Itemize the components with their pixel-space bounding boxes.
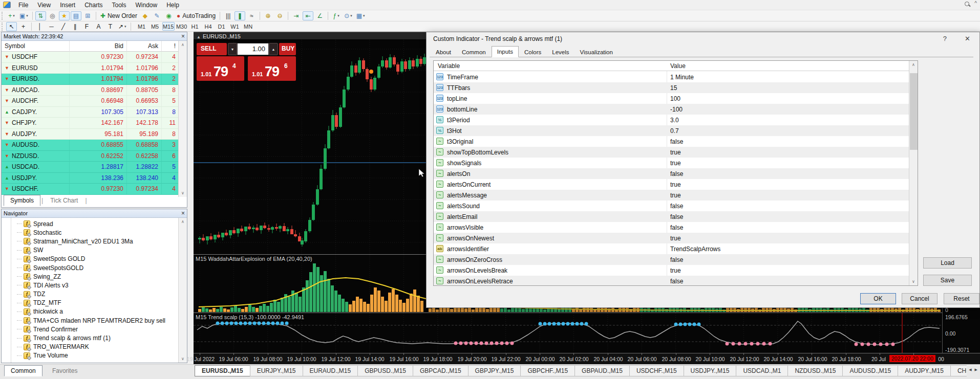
variable-value[interactable]: false — [670, 138, 683, 145]
zoom-in-button[interactable]: ⊕ — [263, 11, 273, 20]
sell-button[interactable]: SELL — [197, 43, 227, 55]
dialog-tab-visualization[interactable]: Visualization — [575, 47, 618, 57]
menu-insert[interactable]: Insert — [55, 1, 80, 10]
variable-value[interactable]: true — [670, 160, 681, 167]
variable-value[interactable]: 1 Minute — [670, 74, 694, 81]
market-watch-row[interactable]: ▲USDCAD.1.288171.288225 — [2, 162, 179, 173]
timeframe-h4[interactable]: H4 — [202, 22, 215, 31]
input-row[interactable]: ~alertsMessagetrue — [434, 190, 909, 200]
navigator-item[interactable]: fTMA+CG mladen NRP TEAMTRADER2 buy sell — [2, 316, 187, 325]
column-header-symbol[interactable]: Symbol — [2, 41, 70, 52]
load-button[interactable]: Load — [923, 257, 972, 269]
candlestick-chart-button[interactable]: ❚ — [235, 11, 245, 20]
input-row[interactable]: ~arrowsOnLevelsBreaktrue — [434, 265, 909, 276]
timeframe-m15[interactable]: M15 — [162, 22, 175, 31]
navigator-item[interactable]: fStratman_MiniChart_v20 EDU1 3Ma — [2, 237, 187, 246]
sell-price-button[interactable]: 1.01 79 4 — [197, 56, 244, 81]
input-row[interactable]: ~arrowsVisiblefalse — [434, 222, 909, 233]
navigator-item[interactable]: fTrue Volume — [2, 351, 187, 360]
signals-button[interactable]: ◉ — [163, 11, 174, 20]
scroll-up-icon[interactable]: ∧ — [179, 41, 187, 48]
chart-tab-nzdusdm15[interactable]: NZDUSD.,M15 — [787, 365, 842, 376]
input-row[interactable]: ~alertsOnCurrenttrue — [434, 179, 909, 190]
variable-value[interactable]: true — [670, 235, 681, 242]
scroll-up-icon[interactable]: ∧ — [179, 218, 187, 225]
tab-symbols[interactable]: Symbols — [4, 195, 40, 206]
text-button[interactable]: A — [93, 22, 104, 31]
variable-value[interactable]: TrendScalpArrows — [670, 246, 720, 253]
navigator-item[interactable]: fSweetSpotsGOLD — [2, 263, 187, 272]
data-window-button[interactable]: ◎ — [47, 11, 58, 20]
navigator-close-icon[interactable]: × — [181, 210, 185, 217]
buy-price-button[interactable]: 1.01 79 6 — [248, 56, 296, 81]
market-watch-close-icon[interactable]: × — [181, 33, 185, 40]
market-watch-row[interactable]: ▼AUDCHF.0.669480.669535 — [2, 96, 179, 107]
market-watch-row[interactable]: ▼EURUSD1.017941.017962 — [2, 63, 179, 74]
market-watch-scrollbar[interactable]: ∧ ∨ — [178, 41, 187, 197]
input-row[interactable]: ½t3Hot0.7 — [434, 125, 909, 136]
navigator-item[interactable]: fTrend scalp & arrows mtf (1) — [2, 333, 187, 342]
chart-tab-gbpchfm15[interactable]: GBPCHF.,M15 — [520, 365, 574, 376]
cursor-button[interactable]: ↖ — [6, 22, 17, 31]
variable-value[interactable]: true — [670, 192, 681, 199]
timeframe-d1[interactable]: D1 — [216, 22, 228, 31]
navigator-item[interactable]: fSpread — [2, 219, 187, 228]
variable-value[interactable]: -100 — [670, 106, 683, 113]
scroll-up-icon[interactable]: ∧ — [909, 61, 918, 68]
chart-profile-button[interactable]: ∠ — [314, 11, 325, 20]
input-row[interactable]: ~alertsSoundfalse — [434, 200, 909, 211]
input-row[interactable]: ~alertsEmailfalse — [434, 211, 909, 222]
vertical-line-button[interactable]: │ — [34, 22, 45, 31]
input-row[interactable]: ~showSignalstrue — [434, 158, 909, 168]
chart-tab-audusdm15[interactable]: AUDUSD.,M15 — [842, 365, 898, 376]
market-watch-row[interactable]: ▲USDJPY.138.236138.2404 — [2, 173, 179, 184]
chart-tab-audjpym15[interactable]: AUDJPY.,M15 — [898, 365, 950, 376]
chart-tab-gbpusdm15[interactable]: GBPUSD.,M15 — [357, 365, 413, 376]
input-row[interactable]: 123TTFbars15 — [434, 82, 909, 93]
column-header-bid[interactable]: Bid — [70, 41, 127, 52]
chart-tab-chfjpym1[interactable]: CHFJPY.,M1 — [950, 365, 967, 376]
timeframe-m5[interactable]: M5 — [149, 22, 161, 31]
volume-increase-button[interactable]: ▲ — [269, 43, 278, 55]
dialog-tab-levels[interactable]: Levels — [547, 47, 574, 57]
buy-button[interactable]: BUY — [279, 43, 296, 55]
chart-tab-gbpaudm15[interactable]: GBPAUD.,M15 — [574, 365, 629, 376]
timeframe-m1[interactable]: M1 — [136, 22, 148, 31]
value-column-header[interactable]: Value — [670, 62, 686, 70]
new-chart-button[interactable]: +▾ — [6, 11, 17, 20]
metaeditor-button[interactable]: ◆ — [140, 11, 151, 20]
line-chart-button[interactable]: ≈ — [246, 11, 257, 20]
variable-value[interactable]: false — [670, 278, 683, 285]
variable-value[interactable]: true — [670, 267, 681, 274]
crosshair-button[interactable]: + — [18, 22, 29, 31]
chart-collapse-icon[interactable]: ▲ — [197, 35, 201, 39]
chart-tab-eurusdm15[interactable]: EURUSD.,M15 — [195, 365, 250, 376]
navigator-item[interactable]: fthickwick a — [2, 307, 187, 316]
trend-scalp-panel[interactable] — [194, 313, 942, 353]
navigator-item[interactable]: fTDZ_MTF — [2, 299, 187, 307]
horizontal-line-button[interactable]: ─ — [46, 22, 57, 31]
input-row[interactable]: ~arrowsOnNewesttrue — [434, 233, 909, 243]
column-header-spread[interactable]: ! — [162, 41, 179, 52]
timeframe-m30[interactable]: M30 — [176, 22, 188, 31]
menu-charts[interactable]: Charts — [80, 1, 107, 10]
variable-value[interactable]: 0.7 — [670, 127, 679, 135]
market-watch-row[interactable]: ▼CHFJPY.142.167142.17811 — [2, 118, 179, 129]
menu-help[interactable]: Help — [162, 1, 184, 10]
tab-favorites[interactable]: Favorites — [46, 366, 83, 376]
input-row[interactable]: ~alertsOnfalse — [434, 168, 909, 179]
collapse-toolbar-icon[interactable]: ^ — [974, 1, 977, 6]
scroll-thumb[interactable] — [910, 73, 918, 150]
volume-input[interactable]: 1.00 — [237, 43, 269, 55]
input-row[interactable]: ½t3Period3.0 — [434, 115, 909, 125]
input-row[interactable]: ~showTopBottomLevelstrue — [434, 147, 909, 158]
chart-tab-eurjpym15[interactable]: EURJPY.,M15 — [250, 365, 303, 376]
market-watch-row[interactable]: ▼AUDCAD.0.886970.887058 — [2, 85, 179, 96]
input-row[interactable]: abarrowsIdentifierTrendScalpArrows — [434, 243, 909, 254]
time-axis[interactable]: 19 Jul 202219 Jul 06:0019 Jul 08:0019 Ju… — [194, 353, 980, 364]
terminal-toggle-button[interactable]: ▤ — [71, 11, 81, 20]
scroll-down-icon[interactable]: ∨ — [179, 355, 187, 362]
timeframe-w1[interactable]: W1 — [229, 22, 241, 31]
templates-button[interactable]: ▦▾ — [355, 11, 367, 20]
chart-tab-usdjpym15[interactable]: USDJPY.,M15 — [684, 365, 736, 376]
